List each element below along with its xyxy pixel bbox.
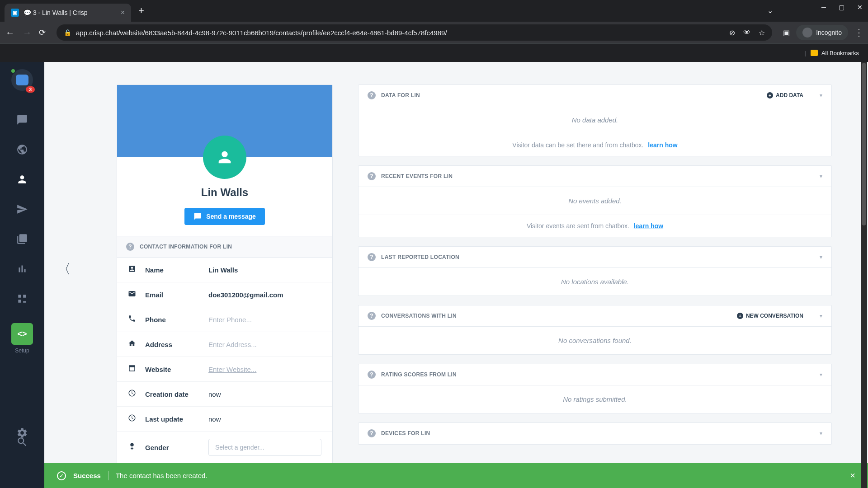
row-update: Last update now xyxy=(117,407,332,432)
profile-name: Lin Walls xyxy=(128,186,321,199)
help-icon[interactable]: ? xyxy=(126,243,134,251)
add-data-button[interactable]: + ADD DATA xyxy=(767,92,803,99)
sidebar-visitors[interactable] xyxy=(11,139,33,160)
browser-tab[interactable]: ▣ 💬 3 - Lin Walls | Crisp × xyxy=(5,4,131,22)
maximize-button[interactable]: ▢ xyxy=(839,4,844,11)
row-gender: Gender Select a gender... xyxy=(117,432,332,463)
send-message-button[interactable]: Send a message xyxy=(184,208,265,225)
help-icon[interactable]: ? xyxy=(368,253,376,261)
learn-how-link[interactable]: learn how xyxy=(634,222,663,230)
incognito-icon xyxy=(802,28,812,38)
row-website: Website Enter Website... xyxy=(117,357,332,382)
incognito-badge[interactable]: Incognito xyxy=(796,25,848,40)
minimize-button[interactable]: ─ xyxy=(821,4,826,11)
help-icon[interactable]: ? xyxy=(368,91,376,99)
new-conversation-button[interactable]: + NEW CONVERSATION xyxy=(737,313,803,319)
help-icon[interactable]: ? xyxy=(368,371,376,379)
panel-data: ? DATA FOR LIN + ADD DATA ▾ No data adde… xyxy=(358,84,832,156)
row-address: Address Enter Address... xyxy=(117,332,332,357)
folder-icon xyxy=(811,50,818,56)
panel-location: ? LAST REPORTED LOCATION ▾ No locations … xyxy=(358,246,832,296)
chevron-down-icon[interactable]: ▾ xyxy=(820,430,822,436)
tab-dropdown-icon[interactable]: ⌄ xyxy=(767,6,773,15)
help-icon[interactable]: ? xyxy=(368,172,376,180)
profile-banner xyxy=(117,85,332,157)
toast-title: Success xyxy=(73,472,101,479)
star-icon[interactable]: ☆ xyxy=(759,28,765,37)
empty-location-text: No locations available. xyxy=(368,278,821,286)
sidebar-plugins[interactable] xyxy=(11,288,33,310)
tab-title: 💬 3 - Lin Walls | Crisp xyxy=(24,9,116,16)
toast-message: The contact has been created. xyxy=(116,472,208,479)
phone-icon xyxy=(128,314,137,324)
lock-icon: 🔒 xyxy=(64,29,71,36)
contact-info-header: ? CONTACT INFORMATION FOR LIN xyxy=(117,236,332,258)
sidebar-contacts[interactable] xyxy=(11,169,33,190)
sidebar-analytics[interactable] xyxy=(11,258,33,280)
chevron-down-icon[interactable]: ▾ xyxy=(820,371,822,378)
sidebar-settings[interactable] xyxy=(11,422,33,444)
sidebar-inbox[interactable] xyxy=(11,109,33,131)
browser-menu-button[interactable]: ⋮ xyxy=(854,27,863,38)
scrollbar-thumb[interactable] xyxy=(862,63,866,225)
empty-data-text: No data added. xyxy=(368,116,821,124)
website-icon xyxy=(128,364,137,374)
avatar[interactable] xyxy=(203,136,246,179)
name-value[interactable]: Lin Walls xyxy=(208,266,238,274)
panel-ratings: ? RATING SCORES FROM LIN ▾ No ratings su… xyxy=(358,364,832,413)
person-icon xyxy=(216,148,234,166)
back-button[interactable]: ← xyxy=(5,28,15,38)
eye-off-icon[interactable]: 👁 xyxy=(743,28,750,37)
panel-events: ? RECENT EVENTS FOR LIN ▾ No events adde… xyxy=(358,165,832,237)
bookmarks-divider: | xyxy=(805,50,806,56)
phone-input[interactable]: Enter Phone... xyxy=(208,316,252,324)
chevron-down-icon[interactable]: ▾ xyxy=(820,313,822,319)
empty-events-text: No events added. xyxy=(368,197,821,205)
reload-button[interactable]: ⟳ xyxy=(39,28,46,38)
new-tab-button[interactable]: + xyxy=(138,5,144,17)
row-phone: Phone Enter Phone... xyxy=(117,307,332,332)
notification-badge: 3 xyxy=(26,86,35,93)
app-logo[interactable]: 3 xyxy=(11,69,33,91)
chat-icon xyxy=(193,212,202,221)
row-email: Email doe301200@gmail.com xyxy=(117,282,332,307)
address-input[interactable]: Enter Address... xyxy=(208,341,257,348)
forward-button[interactable]: → xyxy=(22,28,33,38)
creation-value: now xyxy=(208,390,221,398)
row-name: Name Lin Walls xyxy=(117,258,332,282)
all-bookmarks-button[interactable]: All Bookmarks xyxy=(821,50,859,56)
address-bar[interactable]: 🔒 app.crisp.chat/website/6833ae5b-844d-4… xyxy=(57,24,772,41)
scrollbar[interactable] xyxy=(861,62,867,488)
status-dot-icon xyxy=(10,68,16,74)
tab-favicon-icon: ▣ xyxy=(11,9,19,17)
tab-close-icon[interactable]: × xyxy=(121,9,125,17)
chevron-down-icon[interactable]: ▾ xyxy=(820,173,822,179)
key-icon[interactable]: ⊘ xyxy=(729,28,735,37)
sidebar-campaigns[interactable] xyxy=(11,198,33,220)
email-icon xyxy=(128,290,137,300)
gender-select[interactable]: Select a gender... xyxy=(208,439,321,456)
sidebar-setup[interactable]: <> xyxy=(11,323,33,345)
row-creation: Creation date now xyxy=(117,382,332,407)
profile-card: Lin Walls Send a message ? CONTACT INFOR… xyxy=(117,84,333,464)
chevron-down-icon[interactable]: ▾ xyxy=(820,254,822,260)
toast-close-button[interactable]: × xyxy=(850,470,855,481)
close-window-button[interactable]: ✕ xyxy=(857,4,863,11)
extensions-icon[interactable]: ▣ xyxy=(783,28,790,37)
learn-how-link[interactable]: learn how xyxy=(648,141,677,149)
app-sidebar: 3 <> Setup xyxy=(0,62,44,488)
email-link[interactable]: doe301200@gmail.com xyxy=(208,291,283,299)
help-icon[interactable]: ? xyxy=(368,312,376,320)
check-icon: ✓ xyxy=(57,471,66,480)
setup-label: Setup xyxy=(15,347,29,354)
panel-devices: ? DEVICES FOR LIN ▾ xyxy=(358,422,832,445)
chevron-down-icon[interactable]: ▾ xyxy=(820,92,822,99)
success-toast: ✓ Success The contact has been created. … xyxy=(44,463,868,488)
clock-icon xyxy=(128,414,137,424)
back-chevron-icon[interactable]: 〈 xyxy=(58,261,71,278)
website-input[interactable]: Enter Website... xyxy=(208,366,256,373)
plus-icon: + xyxy=(737,313,743,319)
sidebar-helpdesk[interactable] xyxy=(11,228,33,250)
empty-ratings-text: No ratings submitted. xyxy=(368,395,821,403)
help-icon[interactable]: ? xyxy=(368,429,376,437)
